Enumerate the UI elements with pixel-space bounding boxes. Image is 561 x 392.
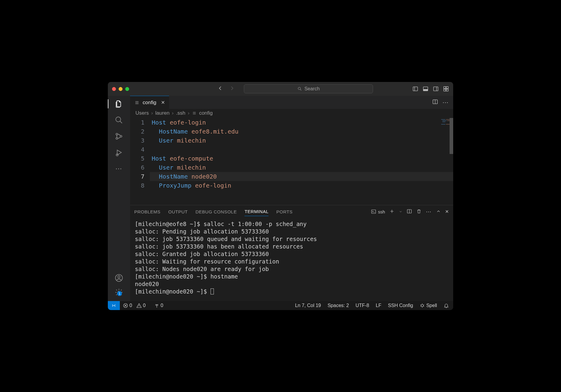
breadcrumb[interactable]: Users › lauren › .ssh › config bbox=[130, 109, 453, 118]
search-tab[interactable] bbox=[114, 116, 123, 125]
panel-more-actions-button[interactable]: ⋯ bbox=[426, 208, 432, 215]
chevron-right-icon: › bbox=[151, 110, 153, 116]
settings-badge: 1 bbox=[117, 291, 122, 296]
svg-rect-6 bbox=[446, 87, 448, 89]
error-icon bbox=[123, 303, 128, 308]
run-debug-tab[interactable] bbox=[114, 148, 123, 157]
nav-back-button[interactable] bbox=[217, 85, 223, 93]
status-cursor-position[interactable]: Ln 7, Col 19 bbox=[295, 303, 321, 308]
status-encoding[interactable]: UTF-8 bbox=[356, 303, 369, 308]
bottom-panel: PROBLEMS OUTPUT DEBUG CONSOLE TERMINAL P… bbox=[130, 205, 453, 301]
toggle-panel-button[interactable] bbox=[423, 86, 429, 92]
panel-tab-debug-console[interactable]: DEBUG CONSOLE bbox=[196, 207, 237, 216]
minimize-window-button[interactable] bbox=[119, 87, 123, 91]
scrollbar-thumb[interactable] bbox=[450, 118, 453, 154]
svg-rect-7 bbox=[444, 89, 446, 91]
status-spell[interactable]: Spell bbox=[420, 303, 437, 308]
settings-button[interactable]: 1 bbox=[114, 288, 123, 297]
svg-point-12 bbox=[120, 135, 122, 137]
status-errors[interactable]: 0 bbox=[123, 303, 132, 308]
breadcrumb-segment[interactable]: lauren bbox=[155, 110, 169, 116]
window-controls bbox=[112, 87, 129, 91]
bug-icon bbox=[420, 303, 425, 308]
code-content[interactable]: Host eofe-login HostName eofe8.mit.edu U… bbox=[150, 118, 453, 205]
svg-point-15 bbox=[118, 276, 120, 278]
status-eol[interactable]: LF bbox=[376, 303, 381, 308]
svg-point-0 bbox=[298, 87, 300, 90]
remote-indicator-button[interactable] bbox=[108, 301, 120, 310]
accounts-button[interactable] bbox=[114, 273, 123, 282]
status-bar: 0 0 0 Ln 7, Col 19 Spaces: 2 UTF-8 LF SS… bbox=[108, 301, 453, 310]
chevron-right-icon: › bbox=[172, 110, 174, 116]
breadcrumb-segment[interactable]: .ssh bbox=[176, 110, 185, 116]
command-center-search[interactable]: Search bbox=[244, 84, 373, 93]
tab-filename: config bbox=[143, 100, 156, 106]
panel-tab-terminal[interactable]: TERMINAL bbox=[244, 207, 268, 216]
terminal-icon bbox=[371, 209, 376, 214]
title-bar: Search bbox=[108, 82, 453, 96]
activity-bar: ⋯ 1 bbox=[108, 96, 130, 301]
customize-layout-button[interactable] bbox=[443, 86, 449, 92]
search-placeholder: Search bbox=[305, 86, 320, 92]
line-number-gutter: 12345678 bbox=[130, 118, 150, 205]
terminal-dropdown-button[interactable] bbox=[399, 209, 402, 214]
vscode-window: Search ⋯ bbox=[108, 82, 453, 310]
source-control-tab[interactable] bbox=[114, 132, 123, 141]
editor-more-actions-button[interactable]: ⋯ bbox=[442, 99, 449, 106]
toggle-secondary-sidebar-button[interactable] bbox=[433, 86, 439, 92]
title-bar-layout-controls bbox=[412, 86, 449, 92]
warning-icon bbox=[136, 303, 142, 308]
tab-bar: config ✕ ⋯ bbox=[130, 96, 453, 109]
svg-rect-3 bbox=[423, 89, 428, 91]
panel-tab-problems[interactable]: PROBLEMS bbox=[134, 207, 160, 216]
status-language-mode[interactable]: SSH Config bbox=[388, 303, 413, 308]
antenna-icon bbox=[154, 303, 159, 308]
svg-point-10 bbox=[116, 133, 118, 135]
svg-rect-8 bbox=[446, 89, 448, 91]
svg-rect-1 bbox=[413, 87, 418, 91]
editor-group: config ✕ ⋯ Users › lauren › .ssh › confi… bbox=[130, 96, 453, 301]
bell-icon bbox=[444, 303, 449, 308]
split-terminal-button[interactable] bbox=[407, 209, 412, 215]
svg-rect-5 bbox=[444, 87, 446, 89]
status-warnings[interactable]: 0 bbox=[136, 303, 146, 308]
svg-rect-18 bbox=[371, 210, 376, 213]
split-editor-button[interactable] bbox=[432, 99, 438, 106]
panel-tab-ports[interactable]: PORTS bbox=[276, 207, 293, 216]
chevron-right-icon: › bbox=[188, 110, 190, 116]
close-window-button[interactable] bbox=[112, 87, 116, 91]
panel-tab-bar: PROBLEMS OUTPUT DEBUG CONSOLE TERMINAL P… bbox=[130, 205, 453, 218]
search-icon bbox=[297, 86, 302, 91]
terminal-output[interactable]: [milechin@eofe8 ~]$ salloc -t 1:00:00 -p… bbox=[130, 218, 453, 301]
breadcrumb-file[interactable]: config bbox=[199, 110, 213, 116]
status-notifications-button[interactable] bbox=[444, 303, 449, 308]
status-indentation[interactable]: Spaces: 2 bbox=[328, 303, 349, 308]
explorer-tab[interactable] bbox=[114, 99, 123, 108]
nav-arrows bbox=[217, 85, 235, 93]
file-lines-icon bbox=[192, 111, 197, 116]
close-panel-button[interactable]: ✕ bbox=[445, 209, 449, 214]
code-editor[interactable]: 12345678 Host eofe-login HostName eofe8.… bbox=[130, 118, 453, 205]
maximize-panel-button[interactable] bbox=[436, 209, 441, 215]
breadcrumb-segment[interactable]: Users bbox=[135, 110, 149, 116]
nav-forward-button[interactable] bbox=[229, 85, 235, 93]
tab-config[interactable]: config ✕ bbox=[130, 96, 169, 109]
svg-rect-4 bbox=[434, 87, 438, 91]
file-lines-icon bbox=[134, 100, 140, 105]
svg-point-22 bbox=[421, 304, 424, 307]
svg-point-11 bbox=[116, 137, 118, 139]
panel-tab-output[interactable]: OUTPUT bbox=[168, 207, 188, 216]
toggle-primary-sidebar-button[interactable] bbox=[412, 86, 418, 92]
maximize-window-button[interactable] bbox=[125, 87, 129, 91]
kill-terminal-button[interactable] bbox=[416, 209, 422, 215]
more-views-button[interactable]: ⋯ bbox=[114, 164, 123, 173]
status-ports[interactable]: 0 bbox=[154, 303, 163, 308]
terminal-shell-label[interactable]: ssh bbox=[371, 209, 385, 214]
close-tab-button[interactable]: ✕ bbox=[161, 100, 165, 105]
svg-point-9 bbox=[116, 117, 121, 122]
new-terminal-button[interactable] bbox=[389, 209, 395, 215]
